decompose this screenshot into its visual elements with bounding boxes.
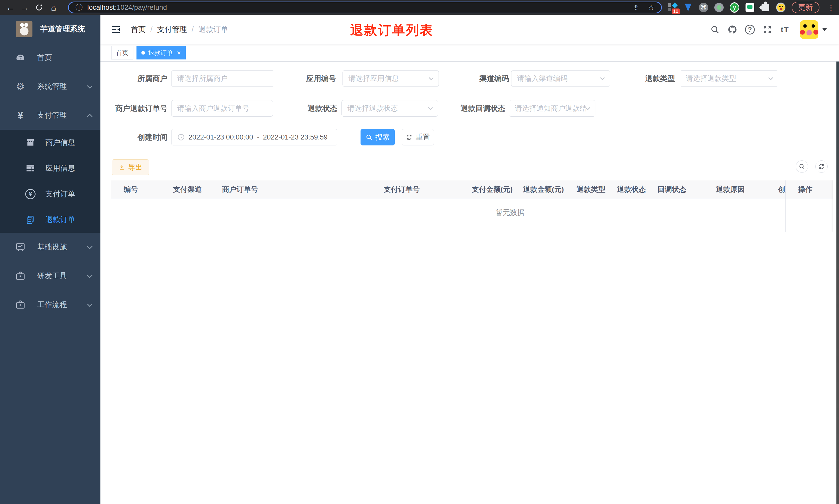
sidebar-item-label: 支付订单 bbox=[45, 189, 75, 199]
grid-icon bbox=[25, 163, 36, 174]
main-area: 首页 / 支付管理 / 退款订单 退款订单列表 ? bbox=[101, 15, 839, 504]
sidebar-item-app-info[interactable]: 应用信息 bbox=[0, 156, 101, 181]
sidebar-item-workflow[interactable]: 工作流程 bbox=[0, 290, 101, 319]
sidebar-item-pay[interactable]: ¥ 支付管理 bbox=[0, 101, 101, 130]
sidebar-item-system[interactable]: ⚙ 系统管理 bbox=[0, 72, 101, 101]
breadcrumb-pay[interactable]: 支付管理 bbox=[157, 24, 187, 35]
channel-select[interactable]: 请输入渠道编码 bbox=[511, 70, 610, 87]
merchant-refund-no-input[interactable] bbox=[171, 100, 273, 116]
tag-active-dot bbox=[141, 51, 145, 55]
reset-button-label: 重置 bbox=[416, 132, 430, 142]
url-bar[interactable]: ⓘ localhost :1024/pay/refund ⇪ ☆ bbox=[68, 2, 662, 13]
sidebar-item-infra[interactable]: 基础设施 bbox=[0, 233, 101, 262]
browser-home-icon[interactable]: ⌂ bbox=[46, 2, 61, 13]
chrome-update-button[interactable]: 更新 bbox=[792, 2, 819, 13]
export-button-label: 导出 bbox=[128, 162, 143, 172]
pay-submenu: 商户信息 应用信息 ¥ 支付订单 bbox=[0, 130, 101, 233]
search-button[interactable]: 搜索 bbox=[360, 129, 395, 145]
extension-icon-3[interactable]: ⌘ bbox=[699, 3, 708, 12]
sidebar-item-label: 基础设施 bbox=[37, 242, 88, 252]
github-icon[interactable] bbox=[724, 25, 741, 35]
extensions-puzzle-icon[interactable] bbox=[761, 3, 770, 12]
sidebar: 芋道管理系统 首页 ⚙ 系统管理 ¥ 支付管理 bbox=[0, 15, 101, 504]
share-icon[interactable]: ⇪ bbox=[633, 3, 639, 12]
sidebar-item-pay-order[interactable]: ¥ 支付订单 bbox=[0, 181, 101, 207]
sidebar-item-label: 系统管理 bbox=[37, 82, 88, 92]
sidebar-item-label: 商户信息 bbox=[45, 138, 75, 148]
merchant-input-field[interactable] bbox=[177, 74, 268, 83]
command-icon: ⌘ bbox=[699, 3, 708, 12]
bookmark-star-icon[interactable]: ☆ bbox=[648, 3, 654, 12]
filter-label-refund-type: 退款类型 bbox=[636, 70, 675, 87]
briefcase-icon bbox=[14, 300, 26, 310]
sidebar-item-devtools[interactable]: 研发工具 bbox=[0, 262, 101, 290]
extension-icon-6[interactable] bbox=[745, 3, 754, 12]
sidebar-item-refund-order[interactable]: 退款订单 bbox=[0, 207, 101, 233]
reset-button[interactable]: 重置 bbox=[402, 129, 434, 145]
fullscreen-icon[interactable] bbox=[758, 25, 776, 34]
chevron-down-icon bbox=[429, 75, 433, 80]
tag-home[interactable]: 首页 bbox=[111, 46, 133, 59]
avatar-caret-icon[interactable] bbox=[822, 28, 827, 31]
circled-yen-glyph: ¥ bbox=[25, 189, 36, 199]
sidebar-collapse-icon[interactable] bbox=[111, 24, 121, 35]
column-header-pay-amount: 支付金额(元) bbox=[472, 180, 513, 198]
tag-close-icon[interactable]: × bbox=[176, 50, 181, 56]
help-icon[interactable]: ? bbox=[741, 25, 758, 35]
profile-avatar-icon[interactable] bbox=[776, 3, 785, 12]
help-glyph: ? bbox=[745, 25, 755, 35]
date-start-value: 2022-01-23 00:00:00 bbox=[189, 133, 253, 141]
monitor-icon bbox=[14, 242, 26, 252]
table-empty-text: 暂无数据 bbox=[482, 208, 538, 217]
browser-menu-icon[interactable]: ⋮ bbox=[826, 3, 836, 12]
chevron-down-icon bbox=[600, 75, 605, 80]
extension-icon-2[interactable] bbox=[683, 3, 693, 12]
shop-icon bbox=[25, 138, 36, 148]
refund-type-select[interactable]: 请选择退款类型 bbox=[680, 70, 778, 87]
table-search-toggle-button[interactable] bbox=[796, 160, 808, 173]
gear-icon: ⚙ bbox=[14, 81, 26, 92]
site-info-icon[interactable]: ⓘ bbox=[75, 3, 83, 12]
screen: ← → ⌂ ⓘ localhost :1024/pay/refund ⇪ ☆ 1… bbox=[0, 0, 839, 504]
search-icon[interactable] bbox=[706, 25, 724, 34]
app-logo[interactable]: 芋道管理系统 bbox=[0, 15, 101, 43]
browser-forward-icon[interactable]: → bbox=[18, 2, 32, 13]
channel-select-placeholder: 请输入渠道编码 bbox=[517, 74, 601, 84]
url-path: :1024/pay/refund bbox=[115, 4, 167, 12]
table-refresh-button[interactable] bbox=[815, 160, 828, 173]
record-icon bbox=[714, 3, 724, 12]
app-select[interactable]: 请选择应用信息 bbox=[342, 70, 439, 87]
merchant-input[interactable] bbox=[171, 70, 274, 87]
browser-extensions-area: 10 ⌘ y 更新 ⋮ bbox=[668, 0, 836, 15]
tag-refund-order[interactable]: 退款订单 × bbox=[137, 46, 186, 59]
extension-icon-1[interactable]: 10 bbox=[668, 3, 677, 12]
user-avatar[interactable] bbox=[800, 20, 818, 39]
sidebar-item-home[interactable]: 首页 bbox=[0, 43, 101, 72]
date-end-value: 2022-01-23 23:59:59 bbox=[263, 133, 328, 141]
callback-status-select[interactable]: 请选择通知商户退款结果 bbox=[509, 100, 595, 116]
sidebar-item-merchant-info[interactable]: 商户信息 bbox=[0, 130, 101, 156]
table-empty-row bbox=[111, 198, 833, 232]
font-size-icon[interactable]: tT bbox=[776, 25, 794, 34]
sidebar-item-label: 应用信息 bbox=[45, 163, 75, 174]
page-title: 退款订单列表 bbox=[350, 22, 434, 39]
extension-square bbox=[668, 3, 671, 7]
yen-icon: ¥ bbox=[14, 110, 26, 121]
extension-icon-4[interactable] bbox=[714, 3, 724, 12]
breadcrumb-home[interactable]: 首页 bbox=[131, 24, 146, 35]
fixed-column-divider bbox=[785, 180, 833, 232]
column-header-refund-status: 退款状态 bbox=[617, 180, 646, 198]
date-range-picker[interactable]: 2022-01-23 00:00:00 - 2022-01-23 23:59:5… bbox=[171, 129, 337, 145]
window-scrollbar[interactable] bbox=[836, 15, 839, 504]
browser-back-icon[interactable]: ← bbox=[3, 2, 18, 13]
export-button[interactable]: 导出 bbox=[112, 159, 149, 175]
browser-toolbar: ← → ⌂ ⓘ localhost :1024/pay/refund ⇪ ☆ 1… bbox=[0, 0, 839, 15]
extension-icon-5[interactable]: y bbox=[730, 3, 739, 12]
page-content: 所属商户 应用编号 请选择应用信息 渠道编码 请输入渠道编码 退款类型 请选择退… bbox=[101, 61, 839, 504]
sidebar-item-label: 研发工具 bbox=[37, 271, 88, 281]
extension-square bbox=[668, 8, 671, 11]
column-header-pay-order-no: 支付订单号 bbox=[384, 180, 420, 198]
merchant-refund-no-field[interactable] bbox=[177, 104, 267, 112]
browser-reload-icon[interactable] bbox=[32, 2, 46, 13]
refund-status-select[interactable]: 请选择退款状态 bbox=[341, 100, 438, 116]
